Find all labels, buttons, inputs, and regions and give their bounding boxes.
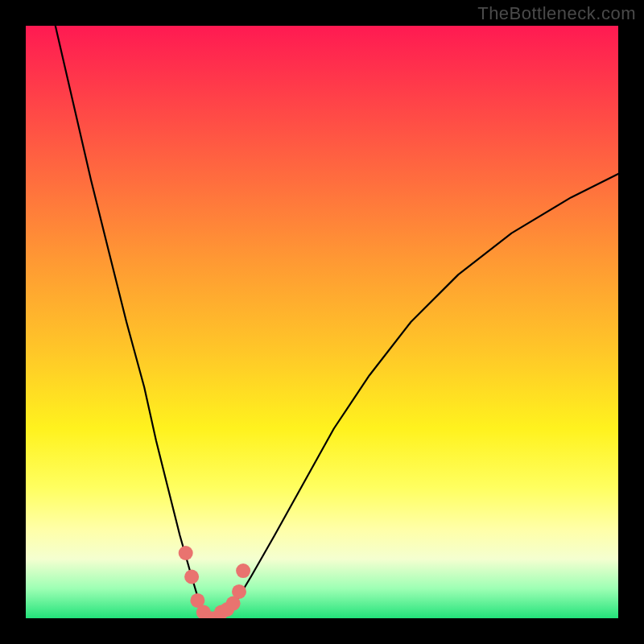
bottleneck-curve bbox=[56, 26, 618, 618]
curve-path bbox=[56, 26, 618, 618]
highlight-dot bbox=[232, 584, 246, 599]
highlight-dots bbox=[179, 546, 250, 618]
chart-svg bbox=[26, 26, 618, 618]
highlight-dot bbox=[184, 570, 199, 584]
highlight-dot bbox=[179, 546, 193, 560]
chart-frame: TheBottleneck.com bbox=[0, 0, 644, 644]
plot-area bbox=[26, 26, 618, 618]
highlight-dot bbox=[236, 564, 250, 578]
watermark-text: TheBottleneck.com bbox=[477, 3, 636, 24]
